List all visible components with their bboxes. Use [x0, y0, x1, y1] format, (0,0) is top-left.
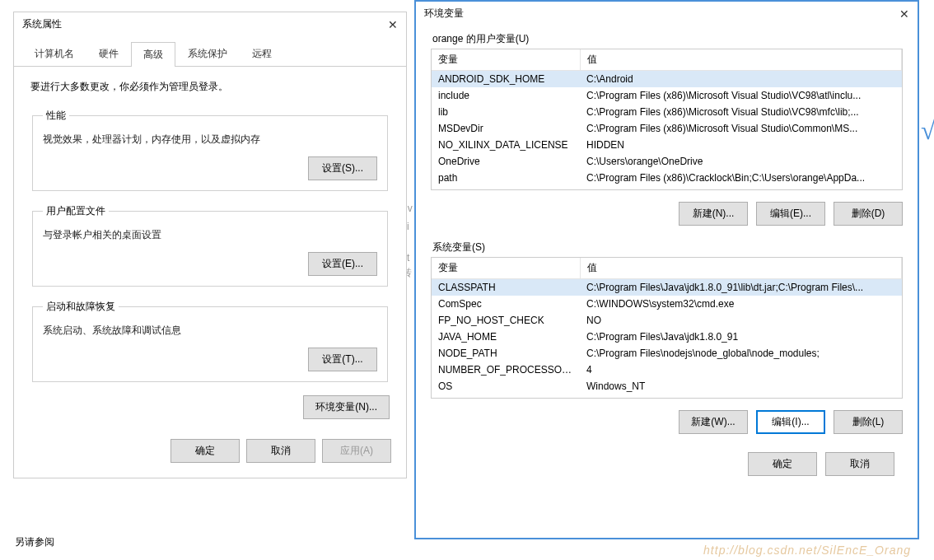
var-value-cell: 4	[580, 362, 902, 378]
tabs: 计算机名 硬件 高级 系统保护 远程	[14, 41, 406, 67]
startup-recovery-settings-button[interactable]: 设置(T)...	[308, 348, 377, 371]
performance-desc: 视觉效果，处理器计划，内存使用，以及虚拟内存	[43, 133, 377, 147]
var-name-cell: OneDrive	[432, 153, 580, 170]
ok-button[interactable]: 确定	[170, 439, 240, 463]
var-value-cell: C:\Program Files\nodejs\node_global\node…	[580, 345, 902, 362]
tab-advanced[interactable]: 高级	[131, 42, 175, 67]
environment-variables-window: 环境变量 ✕ orange 的用户变量(U) 变量 值 ANDROID_SDK_…	[414, 0, 919, 539]
table-row[interactable]: includeC:\Program Files (x86)\Microsoft …	[432, 87, 902, 104]
col-header-variable[interactable]: 变量	[432, 258, 580, 279]
table-row[interactable]: OneDriveC:\Users\orange\OneDrive	[432, 153, 902, 170]
var-name-cell: NO_XILINX_DATA_LICENSE	[432, 137, 580, 153]
checkmark-artifact: √	[921, 115, 934, 146]
var-name-cell: JAVA_HOME	[432, 329, 580, 345]
table-row[interactable]: ComSpecC:\WINDOWS\system32\cmd.exe	[432, 296, 902, 312]
table-row[interactable]: FP_NO_HOST_CHECKNO	[432, 312, 902, 329]
col-header-value[interactable]: 值	[580, 258, 902, 279]
watermark: http://blog.csdn.net/SilEncE_Orang	[703, 544, 911, 557]
table-row[interactable]: NODE_PATHC:\Program Files\nodejs\node_gl…	[432, 345, 902, 362]
var-value-cell: C:\Program Files (x86)\Microsoft Visual …	[580, 120, 902, 137]
startup-recovery-group: 启动和故障恢复 系统启动、系统故障和调试信息 设置(T)...	[32, 300, 388, 382]
var-name-cell: include	[432, 87, 580, 104]
tab-remote[interactable]: 远程	[240, 41, 284, 66]
system-edit-button[interactable]: 编辑(I)...	[756, 410, 825, 434]
user-new-button[interactable]: 新建(N)...	[679, 202, 748, 226]
see-also-text: 另请参阅	[15, 535, 54, 549]
var-value-cell: C:\Users\orange\OneDrive	[580, 153, 902, 170]
tab-system-protection[interactable]: 系统保护	[175, 41, 240, 66]
var-value-cell: C:\Program Files\Java\jdk1.8.0_91	[580, 329, 902, 345]
system-delete-button[interactable]: 删除(L)	[834, 410, 903, 434]
ok-button[interactable]: 确定	[748, 452, 817, 476]
user-vars-listbox[interactable]: 变量 值 ANDROID_SDK_HOMEC:\AndroidincludeC:…	[431, 49, 903, 190]
var-value-cell: C:\WINDOWS\system32\cmd.exe	[580, 296, 902, 312]
user-profiles-settings-button[interactable]: 设置(E)...	[308, 252, 377, 276]
var-name-cell: CLASSPATH	[432, 279, 580, 296]
table-row[interactable]: OSWindows_NT	[432, 378, 902, 394]
system-vars-group: 系统变量(S) 变量 值 CLASSPATHC:\Program Files\J…	[431, 240, 903, 434]
user-vars-group: orange 的用户变量(U) 变量 值 ANDROID_SDK_HOMEC:\…	[431, 32, 903, 226]
environment-variables-button[interactable]: 环境变量(N)...	[303, 395, 390, 419]
system-vars-label: 系统变量(S)	[431, 240, 903, 254]
table-row[interactable]: pathC:\Program Files (x86)\Cracklock\Bin…	[432, 170, 902, 186]
var-value-cell: HIDDEN	[580, 137, 902, 153]
user-vars-label: orange 的用户变量(U)	[431, 32, 903, 46]
tab-hardware[interactable]: 硬件	[86, 41, 131, 66]
system-properties-window: 系统属性 ✕ 计算机名 硬件 高级 系统保护 远程 要进行大多数更改，你必须作为…	[13, 12, 407, 478]
cancel-button[interactable]: 取消	[825, 452, 894, 476]
var-name-cell: MSDevDir	[432, 120, 580, 137]
close-icon[interactable]: ✕	[388, 18, 398, 31]
window-title: 系统属性	[22, 17, 62, 31]
table-row[interactable]: CLASSPATHC:\Program Files\Java\jdk1.8.0_…	[432, 279, 902, 296]
window-title: 环境变量	[424, 7, 464, 21]
table-row[interactable]: NUMBER_OF_PROCESSORS4	[432, 362, 902, 378]
col-header-variable[interactable]: 变量	[432, 49, 580, 71]
startup-recovery-legend: 启动和故障恢复	[43, 300, 119, 314]
performance-settings-button[interactable]: 设置(S)...	[308, 156, 377, 180]
var-name-cell: OS	[432, 378, 580, 394]
titlebar: 环境变量 ✕	[416, 2, 918, 26]
user-edit-button[interactable]: 编辑(E)...	[756, 202, 825, 226]
var-name-cell: ComSpec	[432, 296, 580, 312]
apply-button[interactable]: 应用(A)	[322, 439, 391, 463]
var-name-cell: FP_NO_HOST_CHECK	[432, 312, 580, 329]
var-name-cell: lib	[432, 104, 580, 120]
var-name-cell: path	[432, 170, 580, 186]
var-value-cell: C:\Program Files (x86)\Cracklock\Bin;C:\…	[580, 170, 902, 186]
var-name-cell: ANDROID_SDK_HOME	[432, 71, 580, 88]
user-profiles-group: 用户配置文件 与登录帐户相关的桌面设置 设置(E)...	[32, 204, 388, 287]
var-value-cell: NO	[580, 312, 902, 329]
system-vars-listbox[interactable]: 变量 值 CLASSPATHC:\Program Files\Java\jdk1…	[431, 257, 903, 399]
var-value-cell: C:\Program Files (x86)\Microsoft Visual …	[580, 104, 902, 120]
tab-computer-name[interactable]: 计算机名	[22, 41, 86, 66]
var-value-cell: Windows_NT	[580, 378, 902, 394]
performance-group: 性能 视觉效果，处理器计划，内存使用，以及虚拟内存 设置(S)...	[32, 109, 388, 191]
var-value-cell: C:\Program Files\Java\jdk1.8.0_91\lib\dt…	[580, 279, 902, 296]
cancel-button[interactable]: 取消	[246, 439, 315, 463]
close-icon[interactable]: ✕	[899, 7, 909, 21]
table-row[interactable]: MSDevDirC:\Program Files (x86)\Microsoft…	[432, 120, 902, 137]
admin-info-text: 要进行大多数更改，你必须作为管理员登录。	[30, 80, 390, 94]
startup-recovery-desc: 系统启动、系统故障和调试信息	[43, 324, 377, 338]
system-new-button[interactable]: 新建(W)...	[679, 410, 748, 434]
titlebar: 系统属性 ✕	[14, 12, 406, 36]
var-name-cell: NUMBER_OF_PROCESSORS	[432, 362, 580, 378]
table-row[interactable]: ANDROID_SDK_HOMEC:\Android	[432, 71, 902, 88]
user-profiles-desc: 与登录帐户相关的桌面设置	[43, 228, 377, 242]
table-row[interactable]: JAVA_HOMEC:\Program Files\Java\jdk1.8.0_…	[432, 329, 902, 345]
col-header-value[interactable]: 值	[580, 49, 902, 71]
var-value-cell: C:\Program Files (x86)\Microsoft Visual …	[580, 87, 902, 104]
performance-legend: 性能	[43, 109, 69, 123]
user-profiles-legend: 用户配置文件	[43, 204, 109, 218]
table-row[interactable]: libC:\Program Files (x86)\Microsoft Visu…	[432, 104, 902, 120]
var-value-cell: C:\Android	[580, 71, 902, 88]
var-name-cell: NODE_PATH	[432, 345, 580, 362]
user-delete-button[interactable]: 删除(D)	[834, 202, 903, 226]
table-row[interactable]: NO_XILINX_DATA_LICENSEHIDDEN	[432, 137, 902, 153]
